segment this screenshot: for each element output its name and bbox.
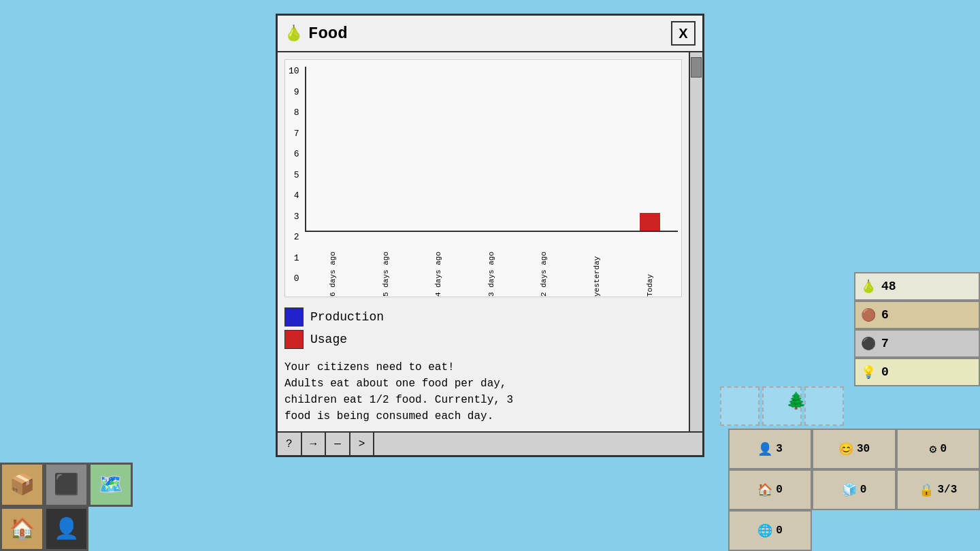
x-label-7: Today — [628, 235, 671, 297]
toolbar-btn-person[interactable]: 👤 — [44, 507, 88, 551]
legend-item-production: Production — [284, 307, 682, 327]
x-label-text-3: 4 days ago — [434, 235, 442, 297]
y-label-3: 3 — [294, 212, 299, 221]
footer-btn-arrow[interactable]: → — [302, 433, 327, 455]
chart-area: 10 9 8 7 6 5 4 3 2 1 0 — [284, 59, 682, 297]
x-labels: 6 days ago 5 days ago 4 days ago 3 days … — [305, 235, 678, 297]
map-cell-3 — [804, 386, 844, 426]
x-label-text-7: Today — [646, 235, 654, 297]
legend-label-usage: Usage — [310, 333, 347, 346]
food-resource-value: 48 — [881, 280, 896, 293]
dialog-titlebar: 🍐 Food X — [278, 16, 702, 52]
food-resource-icon: 🍐 — [861, 279, 876, 294]
dialog-title: Food — [308, 24, 348, 43]
x-label-text-5: 2 days ago — [540, 235, 548, 297]
workers-icon: ⚙️ — [930, 441, 937, 456]
x-label-text-2: 5 days ago — [382, 235, 390, 297]
map-cell-1 — [720, 386, 760, 426]
stat-cell-houses: 🏠 0 — [728, 469, 812, 510]
tree-decoration: 🌲 — [786, 391, 806, 411]
wood-resource-icon: 🟤 — [861, 307, 876, 322]
stat-cell-storage: 🧊 0 — [812, 469, 896, 510]
food-title-icon: 🍐 — [284, 24, 303, 43]
x-label-text-4: 3 days ago — [487, 235, 495, 297]
y-label-8: 8 — [294, 108, 299, 117]
y-label-1: 1 — [294, 254, 299, 263]
bar-usage-today — [640, 213, 660, 231]
x-label-text-1: 6 days ago — [329, 235, 337, 297]
resource-row-light: 💡 0 — [854, 358, 980, 386]
dialog-footer: ? → — > — [278, 431, 702, 455]
toolbar-btn-map[interactable]: 🗺️ — [88, 463, 133, 507]
y-label-10: 10 — [289, 67, 299, 76]
y-label-9: 9 — [294, 88, 299, 97]
y-label-5: 5 — [294, 171, 299, 180]
legend: Production Usage — [284, 307, 682, 349]
x-label-text-6: yesterday — [593, 235, 601, 297]
map-value: 0 — [776, 524, 783, 537]
stat-cell-capacity: 🔒 3/3 — [896, 469, 980, 510]
workers-value: 0 — [940, 443, 947, 455]
stat-cell-map: 🌐 0 — [728, 510, 812, 551]
stat-cell-population: 👤 3 — [728, 429, 812, 469]
x-label-5: 2 days ago — [523, 235, 566, 297]
dialog-body: 10 9 8 7 6 5 4 3 2 1 0 — [278, 52, 702, 431]
chart-inner: 6 days ago 5 days ago 4 days ago 3 days … — [305, 67, 678, 297]
toolbar-btn-house[interactable]: 🏠 — [0, 507, 44, 551]
resource-row-stone: ⚫ 7 — [854, 329, 980, 358]
capacity-icon: 🔒 — [919, 482, 934, 497]
population-value: 3 — [776, 443, 783, 455]
y-label-7: 7 — [294, 129, 299, 138]
legend-color-usage — [284, 330, 304, 349]
storage-value: 0 — [860, 484, 867, 496]
population-icon: 👤 — [757, 441, 772, 456]
happiness-value: 30 — [857, 443, 870, 455]
houses-icon: 🏠 — [757, 482, 772, 497]
map-dashed-area — [720, 386, 844, 426]
y-label-0: 0 — [294, 274, 299, 283]
close-button[interactable]: X — [671, 21, 696, 46]
footer-btn-help[interactable]: ? — [278, 433, 302, 455]
info-text: Your citizens need to eat! Adults eat ab… — [284, 359, 682, 424]
toolbar-btn-square[interactable]: ⬛ — [44, 463, 88, 507]
dialog-title-left: 🍐 Food — [284, 24, 348, 43]
stone-resource-value: 7 — [881, 337, 889, 350]
bottom-toolbar: 📦 ⬛ 🗺️ 🏠 👤 — [0, 463, 143, 551]
resource-row-food: 🍐 48 — [854, 272, 980, 301]
wood-resource-value: 6 — [881, 308, 889, 322]
x-label-2: 5 days ago — [364, 235, 407, 297]
toolbar-btn-bag[interactable]: 📦 — [0, 463, 44, 507]
x-label-6: yesterday — [576, 235, 619, 297]
footer-btn-forward[interactable]: > — [350, 433, 375, 455]
bar-group-7 — [629, 213, 671, 231]
stat-cell-happiness: 😊 30 — [812, 429, 896, 469]
resource-row-wood: 🟤 6 — [854, 301, 980, 329]
bars-container — [305, 67, 678, 232]
scrollbar[interactable] — [689, 52, 702, 431]
footer-btn-minus[interactable]: — — [326, 433, 350, 455]
capacity-value: 3/3 — [937, 484, 957, 496]
y-label-4: 4 — [294, 191, 299, 200]
x-label-1: 6 days ago — [312, 235, 355, 297]
y-label-2: 2 — [294, 233, 299, 241]
food-dialog: 🍐 Food X 10 9 8 7 6 5 4 3 2 1 0 — [276, 14, 704, 457]
right-panel: 🍐 48 🟤 6 ⚫ 7 💡 0 — [854, 272, 980, 386]
map-icon: 🌐 — [757, 523, 772, 538]
light-resource-value: 0 — [881, 365, 889, 379]
legend-label-production: Production — [310, 310, 384, 324]
stats-grid: 👤 3 😊 30 ⚙️ 0 🏠 0 🧊 0 🔒 3/3 🌐 0 — [728, 429, 980, 551]
stat-cell-workers: ⚙️ 0 — [896, 429, 980, 469]
x-label-4: 3 days ago — [470, 235, 512, 297]
houses-value: 0 — [776, 484, 783, 496]
storage-icon: 🧊 — [842, 482, 857, 497]
stone-resource-icon: ⚫ — [861, 336, 876, 351]
legend-item-usage: Usage — [284, 330, 682, 349]
light-resource-icon: 💡 — [861, 365, 876, 380]
y-label-6: 6 — [294, 150, 299, 158]
legend-color-production — [284, 307, 304, 327]
y-axis: 10 9 8 7 6 5 4 3 2 1 0 — [289, 67, 299, 297]
dialog-content: 10 9 8 7 6 5 4 3 2 1 0 — [278, 52, 689, 431]
x-label-3: 4 days ago — [417, 235, 460, 297]
happiness-icon: 😊 — [838, 441, 853, 456]
scrollbar-thumb[interactable] — [691, 57, 702, 78]
